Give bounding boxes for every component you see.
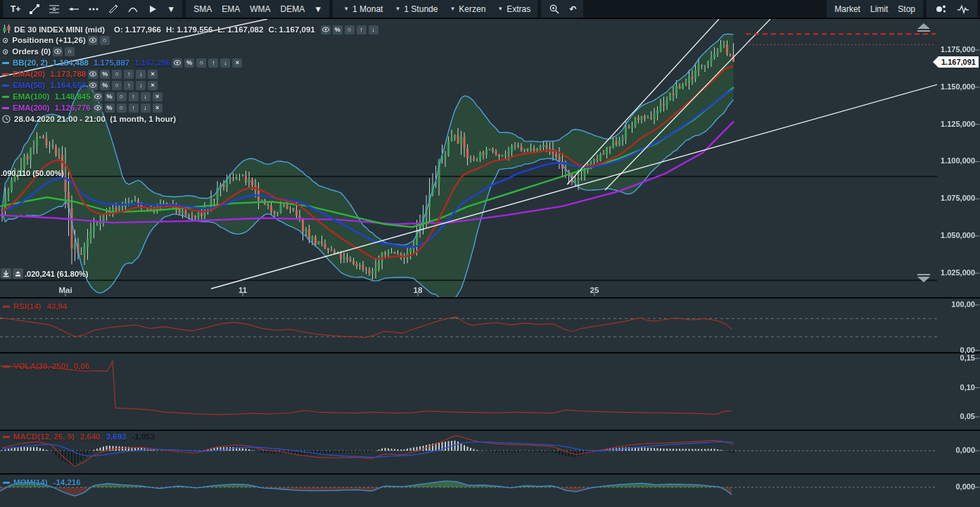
dotted-line-icon bbox=[88, 4, 99, 15]
up-icon-button[interactable]: ↑ bbox=[129, 104, 139, 113]
down-icon-button[interactable]: ↓ bbox=[136, 70, 146, 79]
circle-icon-button[interactable]: ○ bbox=[112, 70, 122, 79]
scroll-down-icon bbox=[917, 277, 930, 282]
ema100-label: EMA(100) bbox=[13, 92, 49, 101]
percent-icon-button[interactable]: % bbox=[100, 81, 110, 90]
fib-50-label: .090,110 (50.00%) bbox=[1, 169, 64, 177]
magnifier-icon bbox=[549, 4, 560, 15]
zoom-button[interactable] bbox=[544, 0, 565, 18]
eye-icon-button[interactable] bbox=[53, 47, 63, 56]
separator-macd-mom bbox=[0, 473, 980, 475]
close-icon-button[interactable]: × bbox=[148, 81, 158, 90]
mom-value: -14,216 bbox=[53, 478, 81, 487]
dema-button[interactable]: DEMA bbox=[276, 0, 310, 18]
macd-name: MACD(12, 26, 9) bbox=[13, 432, 75, 441]
stop-order-button[interactable]: Stop bbox=[893, 0, 920, 18]
macd-hist-value: -1,053 bbox=[132, 432, 155, 441]
eye-icon-button[interactable] bbox=[88, 70, 98, 79]
close-icon-button[interactable]: × bbox=[148, 70, 158, 79]
percent-icon-button[interactable]: % bbox=[333, 25, 343, 35]
up-icon-button[interactable]: ↑ bbox=[124, 81, 134, 90]
dotted-line-tool-button[interactable] bbox=[84, 0, 103, 18]
fib-retracement-icon bbox=[49, 4, 60, 15]
close-icon-button[interactable]: × bbox=[153, 104, 163, 113]
market-order-button[interactable]: Market bbox=[829, 0, 865, 18]
extras-dropdown[interactable]: ▼ Extras bbox=[490, 4, 535, 14]
wma-button[interactable]: WMA bbox=[245, 0, 275, 18]
circle-icon-button[interactable]: ○ bbox=[196, 58, 206, 68]
down-icon-button[interactable]: ↓ bbox=[141, 104, 151, 113]
positions-label: Positionen (+11,26) bbox=[12, 36, 86, 44]
trendline-tool-button[interactable] bbox=[25, 0, 44, 18]
period-dropdown[interactable]: ▼ 1 Monat bbox=[336, 4, 387, 14]
drawing-tools-group: T+ ▼ bbox=[4, 0, 182, 18]
sma-button[interactable]: SMA bbox=[189, 0, 217, 18]
circle-icon-button[interactable]: ○ bbox=[65, 47, 75, 56]
fib-retracement-tool-button[interactable] bbox=[44, 0, 64, 18]
horizontal-line-tool-button[interactable] bbox=[64, 0, 84, 18]
legend-row-ema20: EMA(20)1.173,788%○↑↓× bbox=[2, 68, 242, 80]
price-tick-label: 1.100,000 bbox=[941, 156, 975, 165]
ma-indicator-caret[interactable]: ▼ bbox=[310, 0, 326, 18]
scroll-up-button[interactable] bbox=[915, 23, 933, 32]
separator-main-date bbox=[0, 297, 980, 299]
ema200-value-0: 1.126,776 bbox=[54, 104, 90, 112]
drawing-tools-caret[interactable]: ▼ bbox=[163, 0, 179, 18]
circle-icon-button[interactable]: ○ bbox=[117, 104, 127, 113]
close-icon-button[interactable]: × bbox=[232, 58, 242, 68]
up-icon-button[interactable]: ↑ bbox=[357, 25, 367, 35]
up-icon-button[interactable]: ↑ bbox=[208, 58, 218, 68]
scroll-up-icon bbox=[917, 23, 930, 29]
eye-icon-button[interactable] bbox=[172, 58, 182, 68]
time-axis[interactable]: Mai111825 bbox=[0, 284, 937, 297]
chart-type-dropdown[interactable]: ▼ Kerzen bbox=[442, 4, 490, 14]
circle-icon-button[interactable]: ○ bbox=[112, 81, 122, 90]
down-icon-button[interactable]: ↓ bbox=[141, 92, 151, 101]
scroll-down-button[interactable] bbox=[915, 274, 933, 282]
indicator-axes: 100,000,000,150,100,050,0000,000 bbox=[937, 285, 980, 507]
rsi-swatch bbox=[3, 306, 10, 308]
eye-icon-button[interactable] bbox=[93, 104, 103, 113]
down-icon-button[interactable]: ↓ bbox=[369, 25, 378, 35]
arc-icon bbox=[127, 4, 139, 15]
eye-icon-button[interactable] bbox=[88, 36, 98, 45]
pulse-icon-button[interactable] bbox=[952, 0, 974, 18]
arrow-tool-button[interactable] bbox=[143, 0, 163, 18]
low-value: 1.167,082 bbox=[227, 25, 263, 34]
freehand-draw-tool-button[interactable] bbox=[103, 0, 123, 18]
depth-bubbles-icon-button[interactable] bbox=[929, 0, 952, 18]
circle-icon-button[interactable]: ○ bbox=[345, 25, 355, 35]
high-label: H: bbox=[166, 25, 174, 34]
limit-order-button[interactable]: Limit bbox=[865, 0, 893, 18]
undo-button[interactable]: ↶ bbox=[565, 0, 580, 18]
interval-dropdown[interactable]: ▼ 1 Stunde bbox=[387, 4, 442, 14]
eye-icon-button[interactable] bbox=[88, 81, 98, 90]
down-icon-button[interactable]: ↓ bbox=[220, 58, 230, 68]
percent-icon-button[interactable]: % bbox=[105, 92, 115, 101]
circle-icon-button[interactable]: ○ bbox=[100, 36, 110, 45]
price-tick-label: 1.150,000 bbox=[941, 82, 975, 91]
percent-icon-button[interactable]: % bbox=[100, 70, 110, 79]
close-icon-button[interactable]: × bbox=[153, 92, 163, 101]
percent-icon-button[interactable]: % bbox=[105, 104, 115, 113]
rsi-tick-label: 0,00 bbox=[960, 346, 975, 354]
close-label: C: bbox=[268, 25, 276, 34]
eye-icon-button[interactable] bbox=[93, 92, 103, 101]
ema-button[interactable]: EMA bbox=[217, 0, 245, 18]
up-icon-button[interactable]: ↑ bbox=[129, 92, 139, 101]
up-icon-button[interactable]: ↑ bbox=[124, 70, 134, 79]
text-tool-button[interactable]: T+ bbox=[6, 0, 25, 18]
close-value: 1.167,091 bbox=[279, 25, 315, 34]
vola-name: VOLA(30, 250) bbox=[13, 362, 68, 370]
arc-tool-button[interactable] bbox=[123, 0, 143, 18]
down-icon-button[interactable]: ↓ bbox=[136, 81, 146, 90]
macd-signal-value: 3,693 bbox=[106, 432, 127, 441]
percent-icon-button[interactable]: % bbox=[184, 58, 194, 68]
circle-icon-button[interactable]: ○ bbox=[117, 92, 127, 101]
instrument-name: DE 30 INDEX MINI (mid) bbox=[14, 25, 105, 34]
eye-icon-button[interactable] bbox=[321, 25, 331, 35]
price-tag-arrow bbox=[933, 56, 938, 68]
fib-anchor-icon[interactable] bbox=[13, 268, 23, 279]
caret-icon: ▼ bbox=[446, 6, 459, 12]
download-icon[interactable] bbox=[1, 268, 11, 279]
